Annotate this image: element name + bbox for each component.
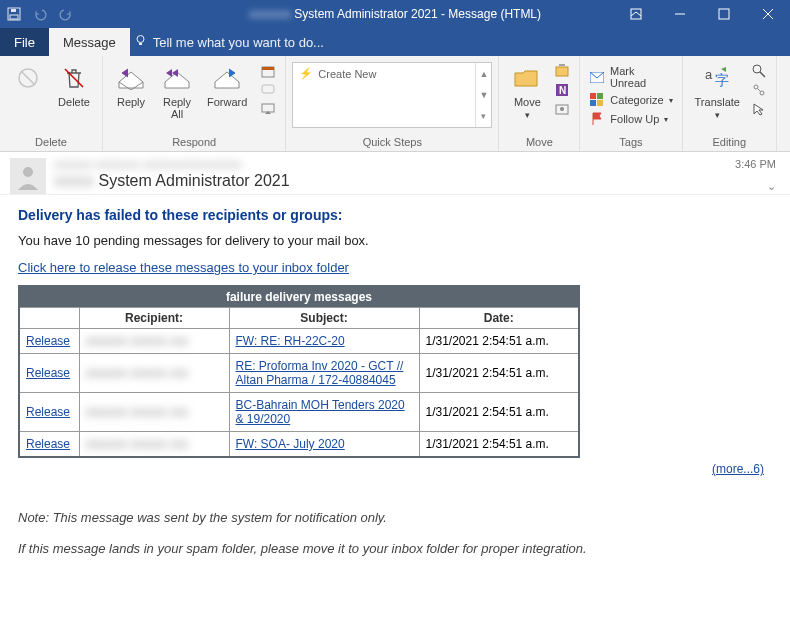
create-new-label: Create New [318,68,376,80]
group-label-zoom: Zoom [783,134,790,151]
date-cell: 1/31/2021 2:54:51 a.m. [419,393,579,432]
svg-point-21 [560,107,564,111]
tab-file[interactable]: File [0,28,49,56]
date-cell: 1/31/2021 2:54:51 a.m. [419,432,579,458]
follow-up-button[interactable]: Follow Up ▾ [586,110,675,128]
release-link[interactable]: Release [26,334,70,348]
gallery-more-icon[interactable]: ▾ [476,106,491,127]
group-label-respond: Respond [109,134,279,151]
sender-address: xxxxxxx xxxxxxxx xxxxxxxxxxxxxxxxxx [54,158,290,170]
table-row: Releasexxxxxxx xxxxxx xxxFW: RE: RH-22C-… [19,329,579,354]
gallery-down-icon[interactable]: ▼ [476,84,491,105]
table-caption: failure delivery messages [19,286,579,308]
reply-label: Reply [117,96,145,108]
note-text-1: Note: This message was sent by the syste… [18,510,772,525]
ribbon-tabs: File Message Tell me what you want to do… [0,28,790,56]
envelope-icon [589,69,605,85]
rules-button[interactable] [551,62,573,80]
svg-rect-14 [262,67,274,70]
onenote-button[interactable]: N [551,81,573,99]
tab-message[interactable]: Message [49,28,130,56]
lightning-icon: ⚡ [299,67,313,80]
failure-heading: Delivery has failed to these recipients … [18,207,772,223]
message-header: xxxxxxx xxxxxxxx xxxxxxxxxxxxxxxxxx xxxx… [0,152,790,195]
quick-steps-gallery[interactable]: ⚡Create New ▲ ▼ ▾ [292,62,492,128]
forward-label: Forward [207,96,247,108]
subject-link[interactable]: FW: SOA- July 2020 [236,437,345,451]
svg-rect-16 [262,104,274,112]
recipient-cell: xxxxxxx xxxxxx xxx [79,432,229,458]
categorize-button[interactable]: Categorize ▾ [586,91,675,109]
svg-rect-25 [590,100,596,106]
date-cell: 1/31/2021 2:54:51 a.m. [419,354,579,393]
message-subject: xxxxx System Administrator 2021 [54,172,290,190]
categorize-label: Categorize [610,94,663,106]
window-title: xxxxxxx System Administrator 2021 - Mess… [0,7,790,21]
junk-button[interactable] [6,60,50,94]
date-cell: 1/31/2021 2:54:51 a.m. [419,329,579,354]
recipient-cell: xxxxxxx xxxxxx xxx [79,354,229,393]
svg-point-36 [23,167,33,177]
gallery-up-icon[interactable]: ▲ [476,63,491,84]
reply-icon [115,62,147,94]
delete-icon [58,62,90,94]
group-label-editing: Editing [689,134,770,151]
table-row: Releasexxxxxxx xxxxxx xxxBC-Bahrain MOH … [19,393,579,432]
im-button[interactable] [257,81,279,99]
svg-rect-26 [597,100,603,106]
svg-rect-9 [139,43,142,45]
translate-label: Translate▾ [695,96,740,121]
release-link[interactable]: Release [26,437,70,451]
move-label: Move▾ [514,96,541,121]
recipient-cell: xxxxxxx xxxxxx xxx [79,393,229,432]
forward-icon [211,62,243,94]
find-icon [751,63,767,79]
reply-all-button[interactable]: Reply All [155,60,199,120]
release-link[interactable]: Release [26,366,70,380]
svg-line-12 [65,69,83,87]
mark-unread-button[interactable]: Mark Unread [586,64,675,90]
col-subject: Subject: [229,308,419,329]
follow-up-label: Follow Up [610,113,659,125]
svg-rect-15 [262,85,274,93]
group-label-tags: Tags [586,134,675,151]
zoom-button[interactable]: Zoom [783,60,790,108]
svg-point-29 [753,65,761,73]
more-link[interactable]: (more...6) [712,462,764,476]
related-button[interactable] [748,81,770,99]
svg-point-8 [137,36,144,43]
sender-avatar [10,158,46,194]
group-label-delete: Delete [6,134,96,151]
delete-label: Delete [58,96,90,108]
translate-button[interactable]: a字 Translate▾ [689,60,746,121]
svg-text:字: 字 [715,72,729,88]
lightbulb-icon [134,34,147,50]
delete-button[interactable]: Delete [52,60,96,108]
more-respond-button[interactable] [257,100,279,118]
release-link[interactable]: Release [26,405,70,419]
message-time: 3:46 PM [735,158,776,170]
move-button[interactable]: Move▾ [505,60,549,121]
actions-button[interactable] [551,100,573,118]
reply-all-icon [161,62,193,94]
expand-header-icon[interactable]: ⌄ [767,180,776,193]
tell-me-label: Tell me what you want to do... [153,35,324,50]
subject-link[interactable]: RE: Proforma Inv 2020 - GCT // Altan Pha… [236,359,404,387]
subject-link[interactable]: BC-Bahrain MOH Tenders 2020 & 19/2020 [236,398,405,426]
forward-button[interactable]: Forward [201,60,253,108]
junk-icon [12,62,44,94]
table-row: Releasexxxxxxx xxxxxx xxxFW: SOA- July 2… [19,432,579,458]
rules-icon [554,63,570,79]
reply-button[interactable]: Reply [109,60,153,108]
find-button[interactable] [748,62,770,80]
pending-text: You have 10 pending messages for deliver… [18,233,772,248]
tell-me-search[interactable]: Tell me what you want to do... [134,28,324,56]
svg-text:a: a [705,67,713,82]
reply-all-label: Reply All [163,96,191,120]
release-all-link[interactable]: Click here to release these messages to … [18,260,349,275]
subject-link[interactable]: FW: RE: RH-22C-20 [236,334,345,348]
meeting-button[interactable] [257,62,279,80]
select-button[interactable] [748,100,770,118]
col-date: Date: [419,308,579,329]
svg-rect-17 [556,67,568,76]
